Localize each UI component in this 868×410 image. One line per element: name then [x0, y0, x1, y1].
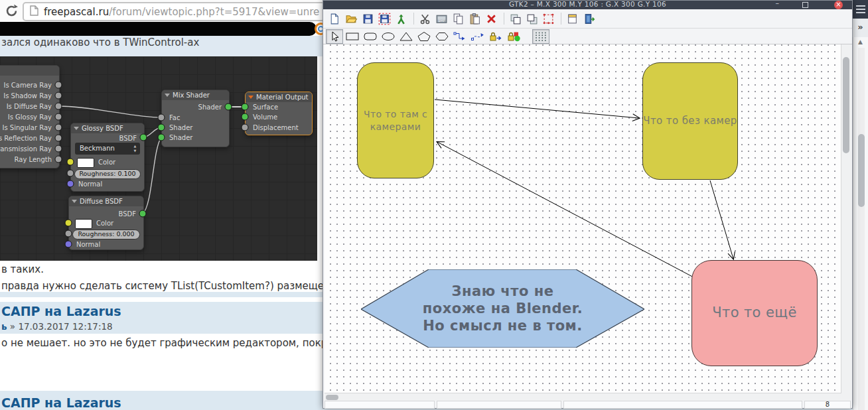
topic-meta: ь » 17.03.2017 12:17:18 — [1, 321, 113, 332]
connector-cameras-to-nocameras[interactable] — [435, 100, 639, 118]
socket-gray[interactable] — [242, 124, 249, 131]
send-back-button[interactable] — [526, 13, 538, 25]
socket-gray[interactable] — [55, 113, 62, 121]
lock-color-tool-button[interactable] — [505, 29, 522, 44]
topic-title-link[interactable]: САПР на Lazarus — [1, 395, 121, 410]
menu-icon[interactable] — [856, 5, 865, 15]
lock-color-icon — [506, 31, 521, 42]
shape-no-cameras[interactable]: Что то без камер — [642, 62, 738, 180]
socket-gray[interactable] — [55, 145, 62, 153]
light-path-output-label: Is Diffuse Ray — [0, 102, 59, 112]
forum-page-strip: зался одинаково что в TWinControl-ах — [0, 36, 323, 56]
browser-scrollbar-thumb[interactable] — [858, 134, 865, 207]
curve-connector-tool-button[interactable] — [469, 29, 486, 44]
shape-hexagon-note[interactable]: Знаю что непохоже на Blender.Но смысл не… — [361, 269, 644, 348]
diagram-canvas[interactable]: Что то там скамерамиЧто то без камерЧто … — [325, 44, 842, 393]
pentagon-tool-button[interactable] — [415, 29, 433, 44]
new-button[interactable] — [328, 13, 341, 25]
grid-toggle-tool-button[interactable] — [532, 29, 549, 44]
socket-gray[interactable] — [158, 114, 165, 121]
toolbar-separator — [413, 13, 414, 25]
shape-something-else[interactable]: Что то ещё — [691, 260, 818, 366]
hexagon-icon — [435, 31, 449, 42]
mix-input-label: Shader — [162, 123, 229, 133]
socket-gray[interactable] — [55, 124, 62, 131]
triangle-tool-button[interactable] — [398, 29, 415, 44]
socket-green[interactable] — [242, 113, 249, 121]
collapse-triangle-icon[interactable] — [248, 96, 253, 99]
socket-green[interactable] — [158, 134, 165, 141]
gtk-titlebar[interactable]: GTK2 – M.X 300 M.Y 106 : G.X 300 G.Y 106… — [323, 1, 852, 9]
socket-gray[interactable] — [55, 156, 62, 163]
ellipse-tool-button[interactable] — [380, 29, 397, 44]
socket-gray[interactable] — [55, 92, 62, 100]
polyline-connector-icon — [453, 31, 467, 42]
save-as-button[interactable] — [378, 13, 391, 25]
delete-button[interactable] — [485, 13, 498, 25]
cut-button[interactable] — [419, 13, 431, 25]
browser-scrollbar[interactable] — [858, 48, 865, 410]
socket-gray[interactable] — [55, 82, 62, 89]
bring-front-button[interactable] — [509, 13, 522, 25]
socket-gray[interactable] — [55, 135, 62, 142]
paste-button[interactable] — [469, 13, 481, 25]
node-diffuse-bsdf[interactable]: Diffuse BSDF BSDF Color Roughness: 0.000… — [68, 196, 144, 250]
save-button[interactable] — [362, 13, 374, 25]
collapse-triangle-icon[interactable] — [74, 127, 79, 130]
exit-button[interactable] — [583, 13, 595, 25]
socket-green[interactable] — [140, 134, 147, 141]
url-text: freepascal.ru/forum/viewtopic.php?t=5917… — [44, 6, 319, 18]
author-link[interactable]: ь — [1, 321, 7, 332]
new-page-button[interactable] — [566, 13, 579, 25]
save-icon — [362, 13, 374, 25]
scroll-up-icon[interactable]: ▲ — [858, 38, 863, 45]
select-region-button[interactable] — [542, 13, 555, 25]
socket-gray[interactable] — [67, 170, 74, 177]
hscrollbar-thumb[interactable] — [326, 395, 338, 400]
connector-nocameras-to-else[interactable] — [710, 180, 733, 259]
socket-gray[interactable] — [55, 103, 62, 110]
close-button[interactable]: × — [834, 1, 843, 9]
node-mix-shader[interactable]: Mix Shader Shader FacShaderShader — [161, 90, 230, 147]
roughness-slider[interactable]: Roughness: 0.100 — [74, 169, 141, 179]
roughness-slider[interactable]: Roughness: 0.000 — [72, 230, 140, 239]
node-light-path[interactable]: Light Path Is Camera RayIs Shadow RayIs … — [0, 65, 60, 169]
bookmarks-overflow[interactable]: » — [853, 19, 868, 37]
shape-cameras[interactable]: Что то там скамерами — [357, 62, 434, 178]
distribution-dropdown[interactable]: Beckmann▲▼ — [75, 143, 140, 155]
url-bar[interactable]: freepascal.ru/forum/viewtopic.php?t=5917… — [23, 2, 325, 21]
polyline-connector-tool-button[interactable] — [451, 29, 469, 44]
collapse-triangle-icon[interactable] — [72, 200, 77, 203]
topic-title-link[interactable]: САПР на Lazarus — [1, 304, 121, 318]
canvas-vscrollbar[interactable] — [841, 44, 851, 393]
socket-green[interactable] — [139, 210, 147, 218]
reload-button[interactable] — [4, 3, 19, 19]
socket-gray[interactable] — [65, 230, 72, 238]
hexagon-tool-button[interactable] — [433, 29, 451, 44]
export-bmp-button[interactable]: BMP — [435, 13, 448, 25]
rounded-rectangle-tool-button[interactable] — [362, 29, 379, 44]
collapse-triangle-icon[interactable] — [165, 94, 170, 97]
socket-purple[interactable] — [65, 241, 72, 248]
select-tool-button[interactable] — [326, 29, 343, 44]
maximize-button[interactable] — [802, 2, 808, 8]
minimize-button[interactable]: – — [776, 1, 780, 7]
open-button[interactable] — [345, 13, 358, 25]
light-path-output-label: Is Transmission Ray — [0, 144, 59, 155]
socket-purple[interactable] — [67, 180, 74, 188]
node-glossy-bsdf[interactable]: Glossy BSDF BSDF Beckmann▲▼ Color Roughn… — [70, 123, 145, 192]
copy-button[interactable] — [452, 13, 465, 25]
light-path-output-label: Is Reflection Ray — [0, 133, 59, 144]
lock-move-tool-button[interactable] — [487, 29, 504, 44]
node-material-output[interactable]: Material Output SurfaceVolumeDisplacemen… — [245, 92, 313, 135]
socket-green[interactable] — [242, 103, 249, 111]
socket-green[interactable] — [158, 124, 165, 131]
rectangle-tool-button[interactable] — [344, 29, 361, 44]
browser-header-right — [853, 0, 868, 19]
vscrollbar-thumb[interactable] — [843, 57, 849, 153]
socket-yellow[interactable] — [65, 220, 72, 227]
paste-icon — [469, 13, 481, 25]
socket-yellow[interactable] — [67, 159, 74, 166]
socket-green[interactable] — [225, 103, 232, 111]
merge-button[interactable] — [395, 13, 407, 25]
